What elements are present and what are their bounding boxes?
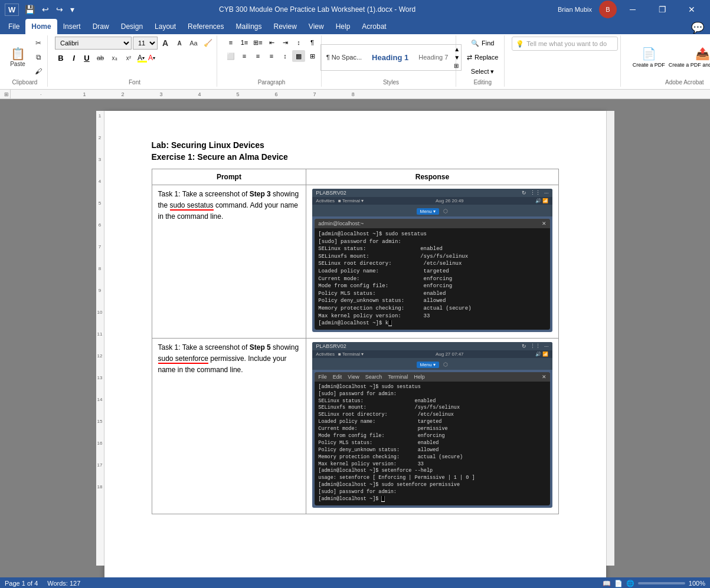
task1-prompt[interactable]: Task 1: Take a screenshot of Step 3 show… <box>152 185 306 339</box>
tab-mailings[interactable]: Mailings <box>230 19 267 34</box>
terminal-tab2[interactable]: ■ Terminal ▾ <box>338 352 364 357</box>
close-button[interactable]: ✕ <box>678 0 705 19</box>
justify-button[interactable]: ≡ <box>265 50 278 62</box>
font-name-select[interactable]: Calibri <box>55 37 132 50</box>
minimize-button[interactable]: ─ <box>619 0 646 19</box>
grow-font-button[interactable]: A <box>159 37 172 50</box>
web-view-button[interactable]: 🌐 <box>626 580 634 587</box>
align-right-button[interactable]: ≡ <box>251 50 264 62</box>
numbering-button[interactable]: 1≡ <box>238 37 251 48</box>
vm-refresh-icon2[interactable]: ↻ <box>522 343 526 349</box>
customize-qat-icon[interactable]: ▾ <box>68 4 77 15</box>
tab-draw[interactable]: Draw <box>87 19 115 34</box>
text-highlight-button[interactable]: A ▾ <box>136 53 146 63</box>
subscript-button[interactable]: x₂ <box>108 51 121 64</box>
file-menu[interactable]: File <box>318 374 327 380</box>
bullets-button[interactable]: ≡ <box>224 37 237 48</box>
superscript-button[interactable]: x² <box>122 51 135 64</box>
paste-button[interactable]: 📋 Paste <box>5 41 31 74</box>
document-page[interactable]: Lab: Securing Linux Devices Exercise 1: … <box>104 111 606 577</box>
change-case-button[interactable]: Aa <box>187 37 200 50</box>
activities-label2[interactable]: Activities <box>316 352 335 357</box>
align-left-button[interactable]: ⬜ <box>224 50 237 62</box>
replace-button[interactable]: ⇄ Replace <box>463 51 502 64</box>
task1-response[interactable]: PLABSRV02 ↻ ⋮⋮ ··· Activities <box>306 185 558 339</box>
format-painter-button[interactable]: 🖌 <box>32 65 45 78</box>
show-formatting-button[interactable]: ¶ <box>306 37 319 48</box>
ribbon-search[interactable]: 💡 Tell me what you want to do <box>512 37 618 51</box>
increase-indent-button[interactable]: ⇥ <box>279 37 292 48</box>
find-button[interactable]: 🔍 Find <box>467 37 498 50</box>
search-menu[interactable]: Search <box>365 374 382 380</box>
zoom-slider[interactable] <box>638 582 685 584</box>
datetime2: Aug 27 07:47 <box>436 352 464 357</box>
activities-label1[interactable]: Activities <box>316 198 335 203</box>
print-view-button[interactable]: 📄 <box>614 580 623 587</box>
terminal-body1[interactable]: [admin@localhost ~]$ sudo sestatus [sudo… <box>315 228 549 330</box>
styles-scroll-up[interactable]: ▲ <box>453 45 460 53</box>
vm-refresh-icon[interactable]: ↻ <box>522 190 526 196</box>
align-center-button[interactable]: ≡ <box>238 50 251 62</box>
menu-button2[interactable]: Menu ▾ <box>417 362 439 368</box>
font-color-button[interactable]: A ▾ <box>147 53 156 63</box>
tab-help[interactable]: Help <box>330 19 356 34</box>
styles-expand[interactable]: ⊞ <box>453 62 460 70</box>
view-menu[interactable]: View <box>348 374 359 380</box>
select-button[interactable]: Select ▾ <box>467 65 498 78</box>
undo-icon[interactable]: ↩ <box>40 4 51 15</box>
copy-button[interactable]: ⧉ <box>32 51 45 64</box>
edit-menu[interactable]: Edit <box>333 374 342 380</box>
user-avatar[interactable]: B <box>599 1 617 18</box>
decrease-indent-button[interactable]: ⇤ <box>265 37 278 48</box>
task2-prompt[interactable]: Task 1: Take a screenshot of Step 5 show… <box>152 338 306 514</box>
help-menu[interactable]: Help <box>414 374 425 380</box>
vm-more-icon[interactable]: ··· <box>544 190 549 196</box>
style-normal[interactable]: ¶ No Spac... <box>322 52 367 62</box>
share-icon[interactable]: 💬 <box>688 21 708 34</box>
tab-home[interactable]: Home <box>25 19 57 34</box>
terminal-body2[interactable]: [admin@localhost ~]$ sudo sestatus [sudo… <box>315 382 549 505</box>
tab-file[interactable]: File <box>2 19 25 34</box>
menu-button1[interactable]: Menu ▾ <box>417 208 439 215</box>
italic-button[interactable]: I <box>68 52 80 64</box>
tab-acrobat[interactable]: Acrobat <box>356 19 392 34</box>
tab-design[interactable]: Design <box>115 19 149 34</box>
line-spacing-button[interactable]: ↕ <box>279 50 292 62</box>
strikethrough-button[interactable]: ab <box>94 51 107 64</box>
underline-button[interactable]: U <box>81 52 93 64</box>
bold-button[interactable]: B <box>55 52 67 64</box>
vm-menu-icon[interactable]: ⋮⋮ <box>530 190 541 196</box>
clear-format-button[interactable]: 🧹 <box>201 37 214 50</box>
cut-button[interactable]: ✂ <box>32 37 45 50</box>
terminal-menu[interactable]: Terminal <box>388 374 408 380</box>
multilevel-list-button[interactable]: ⊞≡ <box>251 37 264 48</box>
restore-button[interactable]: ❐ <box>649 0 676 19</box>
terminal-tab1[interactable]: ■ Terminal ▾ <box>338 198 364 203</box>
document-area[interactable]: 12345 678910 1112131415 161718 Lab: Secu… <box>0 99 710 577</box>
terminal-close2[interactable]: ✕ <box>542 374 547 380</box>
styles-scroll-down[interactable]: ▼ <box>453 54 460 61</box>
vm-more-icon2[interactable]: ··· <box>544 343 549 349</box>
style-heading7[interactable]: Heading 7 <box>414 52 453 62</box>
redo-icon[interactable]: ↪ <box>54 4 66 15</box>
tab-layout[interactable]: Layout <box>149 19 182 34</box>
font-size-select[interactable]: 11 <box>133 37 158 50</box>
save-icon[interactable]: 💾 <box>22 4 37 15</box>
ruler-corner[interactable]: ⊞ <box>2 90 11 98</box>
shrink-font-button[interactable]: A <box>173 37 186 50</box>
tab-review[interactable]: Review <box>268 19 303 34</box>
task2-response[interactable]: PLABSRV02 ↻ ⋮⋮ ··· Activities <box>306 338 558 514</box>
scrollbar-right[interactable] <box>606 111 614 566</box>
create-pdf-button[interactable]: 📄 Create a PDF <box>632 42 666 73</box>
style-heading1[interactable]: Heading 1 <box>367 52 413 63</box>
tab-references[interactable]: References <box>182 19 230 34</box>
terminal-close1[interactable]: ✕ <box>542 221 547 226</box>
shading-button[interactable]: ▩ <box>292 50 305 62</box>
share-pdf-button[interactable]: 📤 Create a PDF and Share link <box>668 42 710 73</box>
read-view-button[interactable]: 📖 <box>603 580 611 587</box>
tab-view[interactable]: View <box>303 19 330 34</box>
vm-menu-icon2[interactable]: ⋮⋮ <box>530 343 541 349</box>
borders-button[interactable]: ⊞ <box>306 50 319 62</box>
sort-button[interactable]: ↕ <box>292 37 305 48</box>
tab-insert[interactable]: Insert <box>57 19 87 34</box>
